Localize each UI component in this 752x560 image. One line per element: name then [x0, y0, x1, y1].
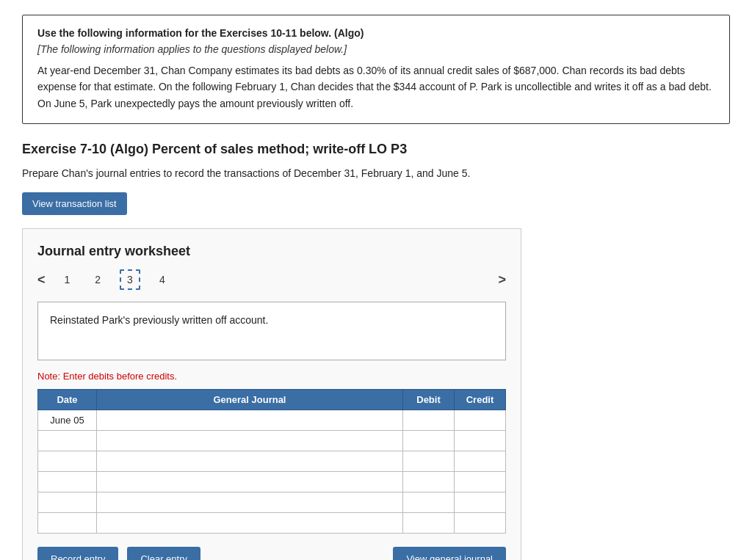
credit-input[interactable] [455, 492, 505, 512]
debit-cell[interactable] [403, 410, 455, 431]
date-input[interactable] [41, 495, 93, 509]
credit-cell[interactable] [455, 451, 506, 472]
header-debit: Debit [403, 390, 455, 410]
general-journal-cell[interactable] [97, 451, 403, 472]
general-journal-cell[interactable] [97, 410, 403, 431]
nav-prev-button[interactable]: < [37, 272, 46, 288]
table-row: June 05 [38, 410, 506, 431]
info-body: At year-end December 31, Chan Company es… [37, 62, 715, 112]
bottom-buttons: Record entry Clear entry View general jo… [37, 547, 506, 560]
table-row [38, 513, 506, 534]
credit-input[interactable] [455, 410, 505, 430]
general-journal-cell[interactable] [97, 472, 403, 492]
general-journal-cell[interactable] [97, 492, 403, 513]
info-title: Use the following information for the Ex… [37, 27, 715, 39]
description-text: Reinstated Park's previously written off… [50, 314, 268, 326]
credit-input[interactable] [455, 513, 505, 533]
journal-table: Date General Journal Debit Credit June 0… [37, 389, 506, 534]
credit-cell[interactable] [455, 513, 506, 534]
note-text: Note: Enter debits before credits. [37, 371, 506, 382]
info-subtitle: [The following information applies to th… [37, 43, 715, 55]
debit-input[interactable] [403, 431, 454, 451]
debit-input[interactable] [403, 451, 454, 471]
debit-input[interactable] [403, 513, 454, 533]
date-input[interactable] [41, 434, 93, 448]
date-cell[interactable] [38, 492, 97, 513]
debit-cell[interactable] [403, 451, 455, 472]
tab-navigation: < 1 2 3 4 > [37, 269, 506, 290]
general-journal-cell[interactable] [97, 431, 403, 451]
debit-cell[interactable] [403, 431, 455, 451]
date-input[interactable] [41, 454, 93, 468]
record-entry-button[interactable]: Record entry [37, 547, 118, 560]
date-cell: June 05 [38, 410, 97, 431]
tab-1[interactable]: 1 [59, 271, 76, 288]
table-row [38, 492, 506, 513]
general-journal-input[interactable] [97, 451, 402, 471]
credit-cell[interactable] [455, 492, 506, 513]
exercise-title: Exercise 7-10 (Algo) Percent of sales me… [22, 142, 730, 157]
debit-input[interactable] [403, 410, 454, 430]
view-transaction-button[interactable]: View transaction list [22, 192, 127, 215]
date-cell[interactable] [38, 513, 97, 534]
general-journal-cell[interactable] [97, 513, 403, 534]
general-journal-input[interactable] [97, 431, 402, 451]
date-input[interactable] [41, 475, 93, 489]
debit-cell[interactable] [403, 513, 455, 534]
general-journal-input[interactable] [97, 492, 402, 512]
debit-input[interactable] [403, 492, 454, 512]
general-journal-input[interactable] [97, 513, 402, 533]
credit-input[interactable] [455, 472, 505, 492]
header-general-journal: General Journal [97, 390, 403, 410]
table-row [38, 451, 506, 472]
tab-4[interactable]: 4 [153, 271, 171, 288]
date-cell[interactable] [38, 451, 97, 472]
date-cell[interactable] [38, 472, 97, 492]
table-row [38, 472, 506, 492]
credit-input[interactable] [455, 431, 505, 451]
header-credit: Credit [455, 390, 506, 410]
description-box: Reinstated Park's previously written off… [37, 302, 506, 360]
header-date: Date [38, 390, 97, 410]
debit-input[interactable] [403, 472, 454, 492]
debit-cell[interactable] [403, 492, 455, 513]
general-journal-input[interactable] [97, 410, 402, 430]
worksheet-title: Journal entry worksheet [37, 244, 506, 259]
credit-cell[interactable] [455, 410, 506, 431]
info-box: Use the following information for the Ex… [22, 15, 730, 124]
table-row [38, 431, 506, 451]
general-journal-input[interactable] [97, 472, 402, 492]
nav-next-button[interactable]: > [498, 272, 506, 288]
journal-entry-worksheet: Journal entry worksheet < 1 2 3 4 > Rein… [22, 228, 521, 560]
credit-cell[interactable] [455, 472, 506, 492]
tab-3[interactable]: 3 [120, 269, 140, 290]
credit-input[interactable] [455, 451, 505, 471]
view-general-journal-button[interactable]: View general journal [393, 547, 506, 560]
date-cell[interactable] [38, 431, 97, 451]
debit-cell[interactable] [403, 472, 455, 492]
credit-cell[interactable] [455, 431, 506, 451]
tab-2[interactable]: 2 [89, 271, 106, 288]
clear-entry-button[interactable]: Clear entry [127, 547, 200, 560]
date-input[interactable] [41, 516, 93, 530]
instruction-text: Prepare Chan's journal entries to record… [22, 167, 730, 179]
